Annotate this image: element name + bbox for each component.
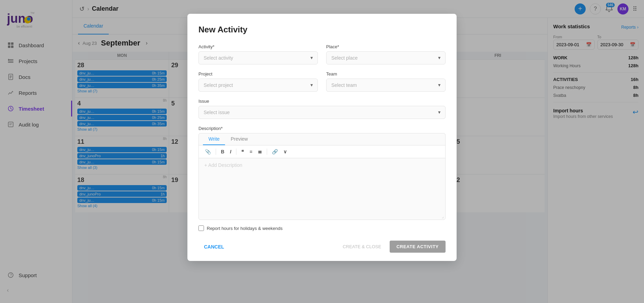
issue-field-group: Issue Select issue ▼ xyxy=(198,99,446,119)
holidays-checkbox[interactable] xyxy=(198,225,204,231)
tab-write[interactable]: Write xyxy=(203,133,225,145)
description-field-group: Description* Write Preview 📎 B I ❝ ≡ ≣ 🔗 xyxy=(198,126,446,220)
project-label: Project xyxy=(198,71,318,77)
modal-overlay[interactable]: New Activity Activity* Select activity ▼… xyxy=(0,0,644,303)
form-row-project-team: Project Select project ▼ Team Select tea… xyxy=(198,71,446,92)
footer-right-buttons: CREATE & CLOSE CREATE ACTIVITY xyxy=(337,241,446,253)
resize-handle[interactable]: ⌟ xyxy=(199,213,445,220)
link-button[interactable]: 🔗 xyxy=(270,148,280,156)
create-activity-button[interactable]: CREATE ACTIVITY xyxy=(390,241,446,253)
tab-preview[interactable]: Preview xyxy=(225,133,253,145)
project-field-group: Project Select project ▼ xyxy=(198,71,318,92)
team-select[interactable]: Select team xyxy=(326,79,446,92)
toolbar-divider-2 xyxy=(236,149,236,155)
attach-button[interactable]: 📎 xyxy=(203,148,213,156)
new-activity-modal: New Activity Activity* Select activity ▼… xyxy=(187,14,457,261)
blockquote-button[interactable]: ❝ xyxy=(239,148,246,156)
place-label: Place* xyxy=(326,44,446,49)
activity-select-wrapper: Select activity ▼ xyxy=(198,51,318,64)
issue-label: Issue xyxy=(198,99,446,104)
modal-footer: CANCEL CREATE & CLOSE CREATE ACTIVITY xyxy=(198,236,446,253)
place-select[interactable]: Select place xyxy=(326,51,446,64)
create-close-button[interactable]: CREATE & CLOSE xyxy=(337,241,387,252)
toolbar-divider xyxy=(216,149,216,155)
description-label: Description* xyxy=(198,126,446,131)
activity-field-group: Activity* Select activity ▼ xyxy=(198,44,318,64)
team-select-wrapper: Select team ▼ xyxy=(326,79,446,92)
more-button[interactable]: ∨ xyxy=(281,148,289,156)
description-input[interactable]: + Add Description xyxy=(199,158,445,213)
description-placeholder: + Add Description xyxy=(204,162,242,168)
description-editor: Write Preview 📎 B I ❝ ≡ ≣ 🔗 ∨ xyxy=(198,133,446,220)
place-field-group: Place* Select place ▼ xyxy=(326,44,446,64)
italic-button[interactable]: I xyxy=(228,148,233,156)
toolbar-divider-3 xyxy=(267,149,267,155)
form-row-activity-place: Activity* Select activity ▼ Place* Selec… xyxy=(198,44,446,64)
unordered-list-button[interactable]: ≡ xyxy=(247,148,254,156)
holidays-checkbox-label[interactable]: Report hours for holidays & weekends xyxy=(207,226,283,231)
team-field-group: Team Select team ▼ xyxy=(326,71,446,92)
team-label: Team xyxy=(326,71,446,77)
activity-label: Activity* xyxy=(198,44,318,49)
place-select-wrapper: Select place ▼ xyxy=(326,51,446,64)
activity-select[interactable]: Select activity xyxy=(198,51,318,64)
issue-select-wrapper: Select issue ▼ xyxy=(198,106,446,119)
project-select-wrapper: Select project ▼ xyxy=(198,79,318,92)
editor-toolbar: 📎 B I ❝ ≡ ≣ 🔗 ∨ xyxy=(199,145,445,158)
issue-select[interactable]: Select issue xyxy=(198,106,446,119)
bold-button[interactable]: B xyxy=(219,148,226,156)
modal-title: New Activity xyxy=(198,25,446,34)
project-select[interactable]: Select project xyxy=(198,79,318,92)
editor-tabs: Write Preview xyxy=(199,133,445,145)
ordered-list-button[interactable]: ≣ xyxy=(256,148,264,156)
cancel-button[interactable]: CANCEL xyxy=(198,241,230,252)
holidays-checkbox-row: Report hours for holidays & weekends xyxy=(198,225,446,231)
